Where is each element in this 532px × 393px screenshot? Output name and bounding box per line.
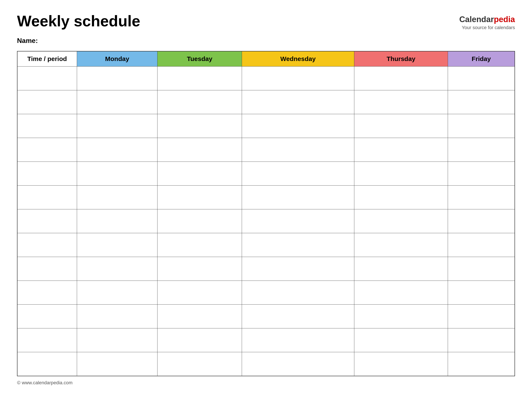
- table-cell[interactable]: [448, 281, 515, 305]
- table-cell[interactable]: [157, 162, 242, 186]
- table-cell[interactable]: [17, 90, 77, 114]
- table-cell[interactable]: [354, 352, 448, 376]
- table-row: [17, 281, 515, 305]
- table-cell[interactable]: [17, 233, 77, 257]
- table-cell[interactable]: [17, 67, 77, 90]
- table-cell[interactable]: [157, 305, 242, 328]
- table-row: [17, 90, 515, 114]
- table-cell[interactable]: [17, 138, 77, 162]
- table-cell[interactable]: [354, 257, 448, 281]
- table-cell[interactable]: [354, 90, 448, 114]
- table-cell[interactable]: [17, 328, 77, 352]
- table-cell[interactable]: [354, 305, 448, 328]
- table-cell[interactable]: [448, 114, 515, 138]
- table-cell[interactable]: [17, 209, 77, 233]
- table-cell[interactable]: [242, 138, 354, 162]
- table-row: [17, 305, 515, 328]
- table-row: [17, 162, 515, 186]
- table-cell[interactable]: [448, 305, 515, 328]
- table-header: Time / period Monday Tuesday Wednesday T…: [17, 51, 515, 67]
- name-label: Name:: [17, 37, 515, 45]
- table-cell[interactable]: [242, 67, 354, 90]
- table-cell[interactable]: [354, 138, 448, 162]
- table-cell[interactable]: [242, 186, 354, 209]
- table-cell[interactable]: [77, 281, 157, 305]
- table-cell[interactable]: [354, 233, 448, 257]
- table-cell[interactable]: [242, 257, 354, 281]
- table-cell[interactable]: [157, 328, 242, 352]
- table-cell[interactable]: [448, 90, 515, 114]
- table-cell[interactable]: [448, 233, 515, 257]
- table-cell[interactable]: [242, 114, 354, 138]
- table-cell[interactable]: [448, 162, 515, 186]
- table-cell[interactable]: [242, 352, 354, 376]
- table-cell[interactable]: [17, 162, 77, 186]
- table-cell[interactable]: [448, 352, 515, 376]
- table-cell[interactable]: [354, 328, 448, 352]
- table-cell[interactable]: [242, 209, 354, 233]
- table-cell[interactable]: [242, 233, 354, 257]
- table-cell[interactable]: [77, 90, 157, 114]
- brand-calendar-text: Calendar: [459, 15, 494, 24]
- table-cell[interactable]: [77, 352, 157, 376]
- table-row: [17, 257, 515, 281]
- table-cell[interactable]: [17, 114, 77, 138]
- table-cell[interactable]: [77, 257, 157, 281]
- table-cell[interactable]: [448, 67, 515, 90]
- table-cell[interactable]: [77, 328, 157, 352]
- table-cell[interactable]: [77, 233, 157, 257]
- col-header-thursday: Thursday: [354, 51, 448, 67]
- table-row: [17, 138, 515, 162]
- table-cell[interactable]: [157, 67, 242, 90]
- table-row: [17, 186, 515, 209]
- table-cell[interactable]: [448, 328, 515, 352]
- table-cell[interactable]: [17, 186, 77, 209]
- table-cell[interactable]: [354, 186, 448, 209]
- table-cell[interactable]: [242, 281, 354, 305]
- table-cell[interactable]: [354, 209, 448, 233]
- table-cell[interactable]: [77, 138, 157, 162]
- table-cell[interactable]: [157, 233, 242, 257]
- table-cell[interactable]: [157, 257, 242, 281]
- table-cell[interactable]: [242, 90, 354, 114]
- table-cell[interactable]: [77, 209, 157, 233]
- table-row: [17, 114, 515, 138]
- table-cell[interactable]: [242, 305, 354, 328]
- table-cell[interactable]: [77, 305, 157, 328]
- brand-tagline: Your source for calendars: [459, 25, 515, 30]
- table-cell[interactable]: [157, 281, 242, 305]
- table-cell[interactable]: [354, 67, 448, 90]
- brand-name: Calendarpedia: [459, 15, 515, 24]
- schedule-table: Time / period Monday Tuesday Wednesday T…: [17, 51, 515, 376]
- header: Weekly schedule Calendarpedia Your sourc…: [17, 13, 515, 30]
- table-cell[interactable]: [157, 138, 242, 162]
- header-row: Time / period Monday Tuesday Wednesday T…: [17, 51, 515, 67]
- table-cell[interactable]: [448, 138, 515, 162]
- table-row: [17, 67, 515, 90]
- table-cell[interactable]: [354, 281, 448, 305]
- table-cell[interactable]: [77, 67, 157, 90]
- table-cell[interactable]: [242, 162, 354, 186]
- col-header-time: Time / period: [17, 51, 77, 67]
- table-cell[interactable]: [448, 186, 515, 209]
- table-cell[interactable]: [17, 352, 77, 376]
- table-cell[interactable]: [17, 305, 77, 328]
- table-cell[interactable]: [77, 186, 157, 209]
- table-cell[interactable]: [17, 257, 77, 281]
- table-cell[interactable]: [242, 328, 354, 352]
- table-cell[interactable]: [77, 162, 157, 186]
- table-cell[interactable]: [354, 162, 448, 186]
- table-cell[interactable]: [17, 281, 77, 305]
- table-cell[interactable]: [157, 352, 242, 376]
- brand-pedia-text: pedia: [494, 15, 515, 24]
- table-cell[interactable]: [157, 114, 242, 138]
- table-cell[interactable]: [157, 90, 242, 114]
- table-cell[interactable]: [77, 114, 157, 138]
- col-header-friday: Friday: [448, 51, 515, 67]
- table-cell[interactable]: [157, 209, 242, 233]
- page-title: Weekly schedule: [17, 13, 140, 29]
- table-cell[interactable]: [448, 209, 515, 233]
- table-cell[interactable]: [157, 186, 242, 209]
- table-cell[interactable]: [448, 257, 515, 281]
- table-cell[interactable]: [354, 114, 448, 138]
